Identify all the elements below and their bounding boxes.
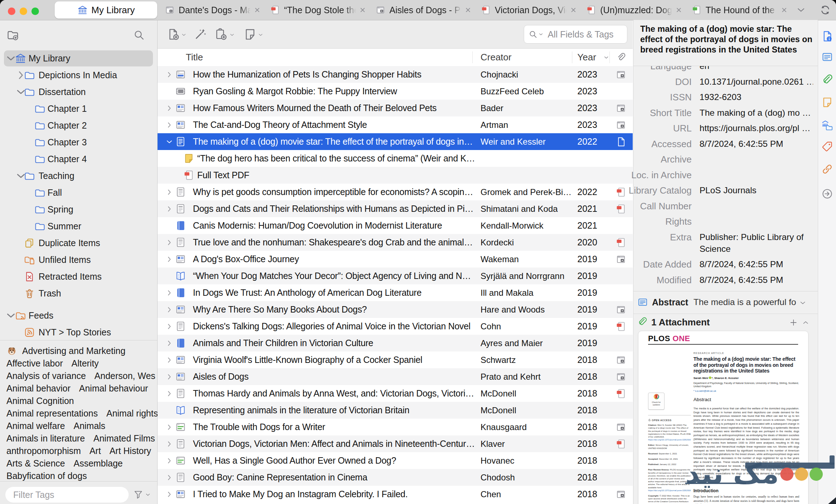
close-tab-icon[interactable] bbox=[569, 5, 578, 15]
tab-dante-s-dogs-man[interactable]: Dante's Dogs - Man bbox=[164, 0, 265, 20]
tabs-overflow-chevron-icon[interactable] bbox=[796, 5, 806, 15]
item-row[interactable]: Why is pet goods consumption imperceptib… bbox=[158, 184, 633, 200]
item-row[interactable]: Aisles of DogsPrato and Kehrt2018 bbox=[158, 368, 633, 385]
item-row[interactable]: Ryan Gosling & Margot Robbie: The Puppy … bbox=[158, 83, 633, 100]
tag[interactable]: Animated Films bbox=[94, 432, 155, 445]
item-row[interactable]: Good Boy: Canine Representation in Cinem… bbox=[158, 469, 633, 486]
item-row[interactable]: The making of a (dog) movie star: The ef… bbox=[158, 133, 633, 150]
item-row[interactable]: The Cat-and-Dog Theory of Attachment Sty… bbox=[158, 116, 633, 133]
tag[interactable]: Animals bbox=[74, 420, 105, 432]
tag-filter-funnel-icon[interactable] bbox=[133, 489, 144, 500]
chevron-right-icon[interactable] bbox=[165, 440, 173, 448]
chevron-right-icon[interactable] bbox=[165, 121, 173, 129]
collection-unfiled-items[interactable]: Unfiled Items bbox=[0, 251, 157, 268]
tag[interactable]: Art History bbox=[109, 445, 151, 457]
close-tab-icon[interactable] bbox=[358, 5, 367, 15]
close-tab-icon[interactable] bbox=[674, 5, 683, 15]
collection-retracted-items[interactable]: Retracted Items bbox=[0, 268, 157, 285]
item-row[interactable]: Victorian Dogs, Victorian Men: Affect an… bbox=[158, 435, 633, 452]
tag[interactable]: Affective labor bbox=[6, 357, 63, 370]
item-row[interactable]: Thomas Hardy and Animals by Anna West, a… bbox=[158, 385, 633, 402]
chevron-right-icon[interactable] bbox=[165, 71, 173, 79]
collection-teaching[interactable]: Teaching bbox=[0, 168, 157, 184]
tab-aisles-of-dogs-pra[interactable]: Aisles of Dogs - Pra bbox=[375, 0, 476, 20]
attachments-section-header[interactable]: 1 Attachment bbox=[633, 314, 818, 331]
sidenav-related-icon[interactable] bbox=[821, 163, 833, 175]
tag[interactable]: Animal welfare bbox=[6, 420, 65, 432]
tag-filter-chevron-icon[interactable] bbox=[145, 492, 151, 498]
chevron-right-icon[interactable] bbox=[165, 474, 173, 481]
sidenav-attachments-icon[interactable] bbox=[821, 74, 833, 86]
attachment-preview-card[interactable]: PLOS ONE RESEARCH ARTICLE The making of … bbox=[638, 331, 808, 504]
collections-search-icon[interactable] bbox=[133, 29, 145, 41]
item-title[interactable]: The making of a (dog) movie star: The ef… bbox=[640, 24, 815, 55]
search-box[interactable]: All Fields & Tags bbox=[524, 25, 627, 44]
add-attachment-plus-icon[interactable] bbox=[789, 318, 798, 327]
item-row[interactable]: Well, Has a Single Good Author Ever Owne… bbox=[158, 452, 633, 469]
chevron-right-icon[interactable] bbox=[165, 306, 173, 314]
tag[interactable]: Animal rights bbox=[106, 407, 158, 420]
tag[interactable]: Art bbox=[89, 445, 101, 457]
chevron-right-icon[interactable] bbox=[165, 205, 173, 213]
column-creator[interactable]: Creator bbox=[481, 49, 512, 66]
sidenav-abstract-icon[interactable] bbox=[821, 51, 833, 63]
collection-chapter-2[interactable]: Chapter 2 bbox=[0, 117, 157, 134]
tab-my-library[interactable]: My Library bbox=[55, 1, 157, 19]
collection-feeds[interactable]: Feeds bbox=[0, 307, 157, 324]
add-attachment-chevron-icon[interactable] bbox=[229, 32, 235, 38]
new-item-chevron-icon[interactable] bbox=[181, 32, 186, 38]
sidenav-locate-icon[interactable] bbox=[821, 188, 833, 200]
chevron-right-icon[interactable] bbox=[165, 289, 173, 297]
chevron-down-icon[interactable] bbox=[165, 138, 173, 146]
collection-chapter-4[interactable]: Chapter 4 bbox=[0, 151, 157, 168]
sidenav-tags-icon[interactable] bbox=[821, 140, 833, 153]
tab-the-dog-stole-the[interactable]: “The Dog Stole the bbox=[270, 0, 371, 20]
item-row[interactable]: In Dogs We Trust: An Anthology of Americ… bbox=[158, 284, 633, 301]
field-value[interactable]: https://journals.plos.org/pl … bbox=[700, 122, 813, 134]
tab-the-hound-of-the-b[interactable]: The Hound of the B bbox=[691, 0, 792, 20]
tab-victorian-dogs-vict[interactable]: Victorian Dogs, Vict bbox=[481, 0, 582, 20]
tag[interactable]: Animal behaviour bbox=[79, 382, 148, 395]
new-note-icon[interactable] bbox=[243, 28, 257, 41]
collection-fall[interactable]: Fall bbox=[0, 184, 157, 201]
field-value[interactable]: 1932-6203 bbox=[700, 91, 813, 103]
collection-chapter-3[interactable]: Chapter 3 bbox=[0, 134, 157, 151]
close-window-button[interactable] bbox=[8, 8, 15, 15]
tag[interactable]: Anderson, Wes bbox=[94, 370, 155, 382]
collection-summer[interactable]: Summer bbox=[0, 218, 157, 235]
add-by-identifier-wand-icon[interactable] bbox=[193, 28, 206, 41]
new-note-chevron-icon[interactable] bbox=[258, 32, 263, 38]
item-row[interactable]: “When Your Dog Matches Your Decor”: Obje… bbox=[158, 268, 633, 284]
chevron-right-icon[interactable] bbox=[165, 104, 173, 112]
tag[interactable]: Babyfication of dogs bbox=[6, 470, 87, 482]
tag[interactable]: Assemblage bbox=[74, 457, 123, 470]
field-value[interactable]: Publisher: Public Library of Science bbox=[700, 231, 807, 255]
sidenav-libraries-icon[interactable] bbox=[821, 119, 833, 131]
item-row[interactable]: True love and the nonhuman: Shakespeare'… bbox=[158, 234, 633, 251]
tag[interactable]: Arts & Science bbox=[6, 457, 65, 470]
collection-dissertation[interactable]: Dissertation bbox=[0, 84, 157, 100]
collection-nyt-top-stories[interactable]: NYT > Top Stories bbox=[0, 324, 157, 341]
collection-trash[interactable]: Trash bbox=[0, 285, 157, 302]
item-row[interactable]: How the Humanization of Pets Is Changing… bbox=[158, 66, 633, 83]
field-value[interactable]: 8/7/2024, 6:42:55 PM bbox=[700, 138, 813, 150]
field-value[interactable]: 8/7/2024, 6:42:55 PM bbox=[700, 274, 813, 286]
tag[interactable]: Alterity bbox=[71, 357, 99, 370]
new-item-icon[interactable] bbox=[166, 28, 180, 41]
add-attachment-icon[interactable] bbox=[214, 28, 228, 41]
tag[interactable]: Animal representations bbox=[6, 407, 98, 420]
collection-depictions-in-media[interactable]: Depictions In Media bbox=[0, 67, 157, 84]
tag[interactable]: Animal Cognition bbox=[6, 395, 74, 407]
item-row[interactable]: Dickens's Talking Dogs: Allegories of An… bbox=[158, 318, 633, 335]
chevron-right-icon[interactable] bbox=[165, 373, 173, 381]
field-value[interactable]: 8/7/2024, 6:42:55 PM bbox=[700, 258, 813, 270]
item-row[interactable]: Representing animals in the literature o… bbox=[158, 402, 633, 419]
item-row[interactable]: Virginia Woolf's Little-Known Biography … bbox=[158, 351, 633, 368]
filter-tags-input[interactable]: Filter Tags bbox=[5, 487, 129, 503]
tag[interactable]: Animals in literature bbox=[6, 432, 85, 445]
chevron-right-icon[interactable] bbox=[165, 239, 173, 246]
field-value[interactable]: PLoS Journals bbox=[700, 184, 813, 196]
collection-spring[interactable]: Spring bbox=[0, 201, 157, 218]
chevron-right-icon[interactable] bbox=[165, 323, 173, 330]
close-tab-icon[interactable] bbox=[780, 5, 789, 15]
